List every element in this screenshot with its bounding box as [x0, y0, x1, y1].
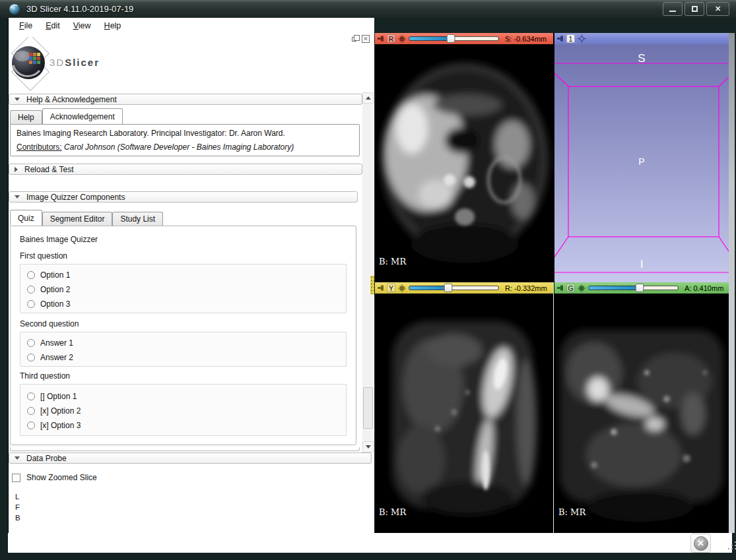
- radio-button[interactable]: [27, 271, 35, 279]
- panel-scrollbar[interactable]: [362, 92, 374, 452]
- window-title: 3D Slicer 4.11.0-2019-07-19: [26, 4, 133, 14]
- tab-segment-editor[interactable]: Segment Editor: [42, 212, 113, 226]
- yellow-slice-view: Y R: -0.332mm: [375, 282, 553, 533]
- reload-test-header[interactable]: Reload & Test: [9, 164, 362, 175]
- tab-quiz[interactable]: Quiz: [10, 210, 42, 226]
- yellow-slice-image[interactable]: B: MR: [375, 294, 553, 533]
- statusbar: ✕: [8, 533, 732, 553]
- green-view-header: G A: 0.410mm: [554, 282, 729, 294]
- view-letter-badge: Y: [387, 284, 395, 292]
- radio-label[interactable]: Option 3: [40, 299, 70, 309]
- slice-offset-value: R: -0.332mm: [505, 284, 547, 292]
- pushpin-icon[interactable]: [557, 36, 564, 42]
- threeD-view: 1 S P: [554, 33, 729, 282]
- radio-label[interactable]: Option 1: [40, 270, 70, 280]
- green-slice-image[interactable]: B: MR: [554, 294, 729, 533]
- radio-button[interactable]: [27, 407, 35, 415]
- red-view-header: R S: -0.634mm: [375, 33, 553, 44]
- acknowledgement-line: Baines Imaging Research Laboratory. Prin…: [17, 129, 353, 138]
- resize-grip[interactable]: [728, 548, 729, 549]
- maximize-button[interactable]: [685, 2, 704, 16]
- question-label: Third question: [20, 371, 70, 381]
- image-quizzer-header[interactable]: Image Quizzer Components: [9, 191, 358, 202]
- slice-offset-slider[interactable]: [409, 284, 499, 292]
- slice-offset-slider[interactable]: [409, 34, 499, 43]
- error-log-close-button[interactable]: ✕: [690, 534, 711, 553]
- close-button[interactable]: ✕: [706, 2, 729, 16]
- collapse-arrow-icon: [15, 195, 20, 199]
- axis-label-b: B: [15, 514, 20, 522]
- center-crosshair-icon[interactable]: [578, 34, 586, 43]
- view-layout: R S: -0.634mm: [375, 33, 729, 533]
- help-acknowledgement-header[interactable]: Help & Acknowledgement: [9, 94, 362, 105]
- radio-label[interactable]: Option 2: [40, 285, 70, 294]
- minimize-icon: [669, 11, 676, 12]
- tab-help[interactable]: Help: [10, 110, 42, 124]
- module-panel: ✕ 3DSlicer Help & Acknowled: [8, 33, 374, 533]
- view-letter-badge: G: [566, 284, 575, 292]
- radio-button[interactable]: [27, 392, 35, 400]
- pushpin-icon[interactable]: [378, 285, 384, 291]
- scrollarea-bottom-edge: [10, 447, 360, 451]
- menu-item-file[interactable]: File: [13, 19, 39, 32]
- question-group: Option 1 Option 2 Option 3: [20, 264, 347, 313]
- tab-acknowledgement[interactable]: Acknowledgement: [42, 108, 123, 124]
- radio-label[interactable]: [x] Option 2: [40, 406, 81, 416]
- splitter-handle[interactable]: [370, 276, 374, 294]
- quiz-panel: Baines Image Quizzer First question Opti…: [10, 226, 356, 445]
- orientation-label-superior: S: [554, 52, 729, 65]
- collapse-arrow-icon: [15, 456, 20, 460]
- slider-handle[interactable]: [444, 284, 453, 292]
- radio-button[interactable]: [27, 339, 35, 347]
- radio-button[interactable]: [27, 286, 35, 294]
- slice-background-label: B: MR: [379, 507, 406, 517]
- scrollbar-down-button[interactable]: [362, 441, 374, 452]
- slider-handle[interactable]: [447, 34, 455, 43]
- radio-label[interactable]: [] Option 1: [40, 392, 77, 401]
- radio-button[interactable]: [27, 300, 35, 308]
- hotlink-crosshair-icon[interactable]: [398, 35, 406, 43]
- scrollbar-thumb[interactable]: [363, 387, 373, 429]
- threeD-view-header: 1: [554, 33, 729, 44]
- tab-study-list[interactable]: Study List: [112, 212, 163, 226]
- radio-label[interactable]: [x] Option 3: [40, 421, 81, 430]
- threeD-viewport[interactable]: S P I: [554, 44, 729, 282]
- red-slice-image[interactable]: B: MR: [375, 44, 553, 282]
- radio-button[interactable]: [27, 421, 35, 429]
- quiz-heading: Baines Image Quizzer: [20, 235, 98, 244]
- hotlink-crosshair-icon[interactable]: [398, 284, 406, 292]
- show-zoomed-slice-checkbox[interactable]: [12, 474, 20, 482]
- app-window: 3D Slicer 4.11.0-2019-07-19 ✕ File Edit …: [0, 0, 736, 560]
- question-group: Answer 1 Answer 2: [20, 332, 347, 367]
- acknowledgement-content: Baines Imaging Research Laboratory. Prin…: [10, 124, 360, 156]
- collapse-arrow-icon: [15, 167, 18, 172]
- undock-panel-icon[interactable]: [351, 35, 359, 43]
- slice-offset-value: S: -0.634mm: [505, 35, 547, 43]
- radio-label[interactable]: Answer 1: [40, 338, 73, 348]
- axis-label-f: F: [15, 503, 20, 511]
- collapse-arrow-icon: [15, 98, 20, 101]
- radio-label[interactable]: Answer 2: [40, 353, 73, 362]
- slice-offset-value: A: 0.410mm: [685, 284, 723, 292]
- slice-offset-slider[interactable]: [588, 284, 679, 292]
- orientation-label-inferior: I: [554, 258, 729, 271]
- minimize-button[interactable]: [663, 2, 683, 16]
- question-label: First question: [20, 251, 67, 261]
- radio-button[interactable]: [27, 354, 35, 361]
- menu-item-help[interactable]: Help: [98, 19, 128, 32]
- question-label: Second question: [20, 319, 79, 328]
- contributors-value: Carol Johnson (Software Developer - Bain…: [64, 142, 294, 152]
- pushpin-icon[interactable]: [378, 36, 384, 42]
- menu-item-edit[interactable]: Edit: [39, 19, 67, 32]
- pushpin-icon[interactable]: [557, 285, 564, 291]
- yellow-view-header: Y R: -0.332mm: [375, 282, 553, 294]
- titlebar: 3D Slicer 4.11.0-2019-07-19 ✕: [0, 0, 736, 18]
- close-circle-icon: ✕: [694, 536, 708, 551]
- data-probe-header[interactable]: Data Probe: [9, 452, 372, 464]
- menu-item-view[interactable]: View: [67, 19, 98, 32]
- scrollbar-up-button[interactable]: [362, 92, 374, 104]
- slider-handle[interactable]: [636, 284, 644, 292]
- hotlink-crosshair-icon[interactable]: [578, 284, 585, 292]
- close-panel-icon[interactable]: ✕: [362, 35, 370, 43]
- axis-label-l: L: [15, 493, 19, 501]
